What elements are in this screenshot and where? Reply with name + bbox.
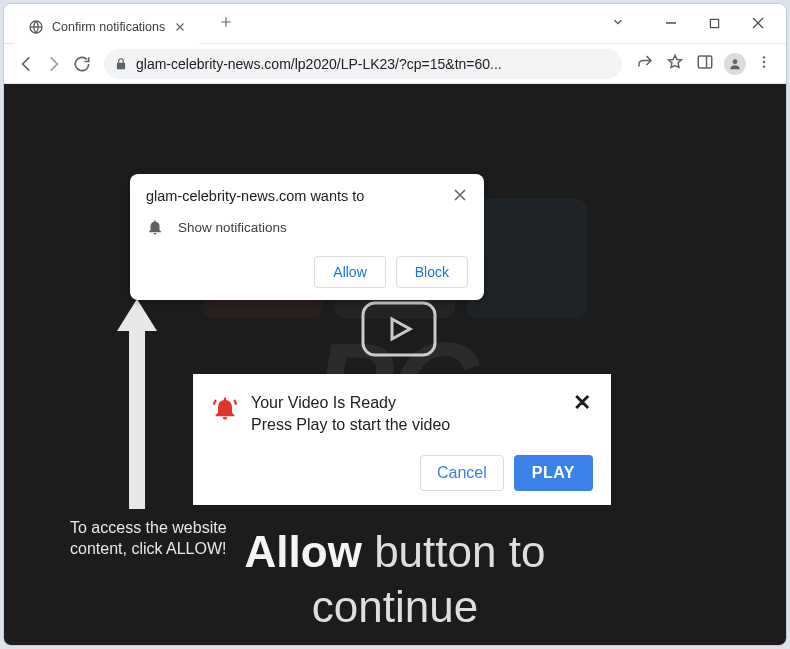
minimize-button[interactable]: [655, 9, 687, 39]
browser-window: Confirm notifications glam: [3, 3, 787, 646]
address-bar[interactable]: glam-celebrity-news.com/lp2020/LP-LK23/?…: [104, 49, 622, 79]
lock-icon: [114, 57, 128, 71]
share-icon[interactable]: [634, 51, 656, 77]
bell-ring-icon: [211, 394, 239, 422]
maximize-button[interactable]: [699, 9, 730, 39]
play-button[interactable]: PLAY: [514, 455, 593, 491]
close-window-button[interactable]: [742, 9, 774, 39]
bookmark-star-icon[interactable]: [664, 51, 686, 77]
forward-button[interactable]: [44, 54, 64, 74]
window-controls: [601, 9, 786, 39]
play-outline-icon: [359, 299, 439, 359]
notification-permission-prompt: glam-celebrity-news.com wants to Show no…: [130, 174, 484, 300]
toolbar: glam-celebrity-news.com/lp2020/LP-LK23/?…: [4, 44, 786, 84]
video-ready-text: Your Video Is Ready Press Play to start …: [251, 392, 559, 435]
permission-label: Show notifications: [178, 220, 287, 235]
svg-rect-2: [698, 56, 712, 68]
titlebar: Confirm notifications: [4, 4, 786, 44]
bell-icon: [146, 218, 164, 236]
side-panel-icon[interactable]: [694, 51, 716, 77]
permission-close-icon[interactable]: [452, 188, 468, 204]
globe-icon: [28, 19, 44, 35]
svg-point-3: [733, 59, 738, 64]
block-button[interactable]: Block: [396, 256, 468, 288]
instruction-big-text: Allow button to continue: [4, 524, 786, 634]
allow-button[interactable]: Allow: [314, 256, 385, 288]
svg-rect-1: [710, 19, 718, 27]
cancel-button[interactable]: Cancel: [420, 455, 504, 491]
tab-close-icon[interactable]: [173, 20, 187, 34]
page-content: PC risk.com To access the website conten…: [4, 84, 786, 645]
video-ready-popup: Your Video Is Ready Press Play to start …: [193, 374, 611, 505]
arrow-up-icon: [113, 299, 161, 509]
url-text: glam-celebrity-news.com/lp2020/LP-LK23/?…: [136, 56, 612, 72]
new-tab-button[interactable]: [215, 11, 237, 37]
tab-title: Confirm notifications: [52, 20, 165, 34]
kebab-menu-icon[interactable]: [754, 52, 774, 76]
tab-search-icon[interactable]: [601, 9, 635, 39]
popup-close-icon[interactable]: ✕: [571, 392, 593, 414]
svg-rect-7: [363, 303, 435, 355]
svg-point-4: [763, 56, 765, 58]
permission-origin-text: glam-celebrity-news.com wants to: [146, 188, 452, 204]
reload-button[interactable]: [72, 54, 92, 74]
profile-avatar[interactable]: [724, 53, 746, 75]
svg-point-5: [763, 60, 765, 62]
back-button[interactable]: [16, 54, 36, 74]
svg-point-6: [763, 65, 765, 67]
browser-tab[interactable]: Confirm notifications: [14, 10, 199, 44]
